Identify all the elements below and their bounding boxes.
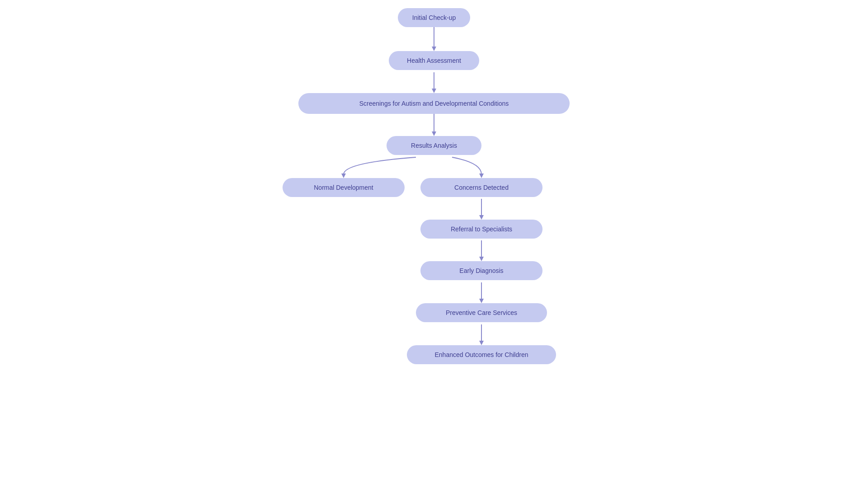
node-initial-checkup: Initial Check-up [398,8,470,27]
node-screenings: Screenings for Autism and Developmental … [298,93,570,114]
svg-marker-6 [341,174,346,178]
flowchart-arrows [0,0,868,488]
node-normal-development: Normal Development [283,178,405,197]
svg-marker-11 [479,257,484,261]
node-results-analysis: Results Analysis [387,136,481,155]
svg-marker-1 [432,47,436,51]
node-enhanced-outcomes: Enhanced Outcomes for Children [407,345,556,364]
svg-marker-15 [479,341,484,345]
svg-marker-3 [432,89,436,93]
node-concerns-detected: Concerns Detected [420,178,542,197]
svg-marker-13 [479,299,484,303]
node-preventive-care: Preventive Care Services [416,303,547,322]
node-health-assessment: Health Assessment [389,51,479,70]
svg-marker-5 [432,131,436,136]
svg-marker-7 [479,174,484,178]
node-early-diagnosis: Early Diagnosis [420,261,542,280]
svg-marker-9 [479,215,484,220]
node-referral: Referral to Specialists [420,220,542,239]
flowchart: Initial Check-up Health Assessment Scree… [0,0,868,488]
